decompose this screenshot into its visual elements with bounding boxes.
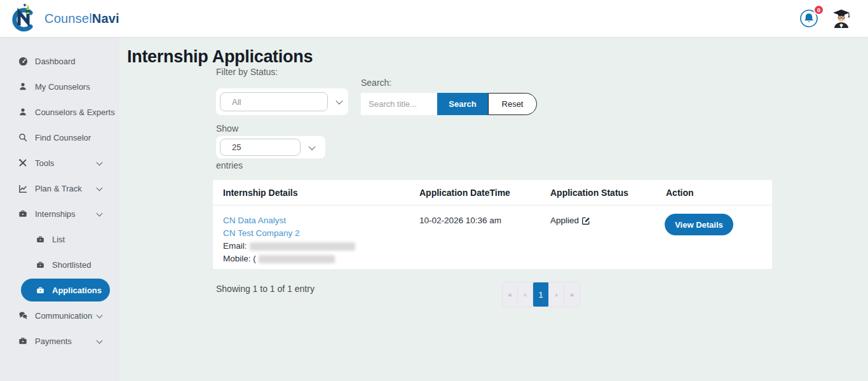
reset-button[interactable]: Reset [488, 93, 537, 115]
sidebar-item-payments[interactable]: Payments [0, 328, 119, 354]
chat-bubbles-icon [18, 310, 28, 321]
sidebar-item-tools[interactable]: Tools [0, 150, 119, 176]
sidebar-item-internships-list[interactable]: List [0, 226, 119, 252]
internship-title-link[interactable]: CN Data Analyst [223, 214, 355, 227]
chevron-down-icon [97, 160, 103, 166]
sidebar-item-label: Find Counselor [35, 133, 91, 142]
search-label: Search: [361, 78, 391, 88]
page-size-select[interactable]: 25 [216, 136, 325, 158]
sidebar-item-label: Applications [52, 286, 102, 295]
edit-status-icon[interactable] [581, 216, 590, 225]
page-size-value: 25 [220, 139, 301, 156]
view-details-button[interactable]: View Details [665, 214, 733, 235]
page-title: Internship Applications [127, 47, 313, 67]
sidebar-item-label: Payments [35, 336, 72, 346]
redacted-mobile [259, 255, 335, 263]
briefcase-icon [35, 285, 45, 295]
column-header-application-datetime: Application DateTime [419, 188, 510, 198]
sidebar-item-my-counselors[interactable]: My Counselors [0, 74, 119, 99]
search-group: Search Reset [361, 93, 537, 115]
column-header-action: Action [666, 188, 694, 198]
search-icon [18, 132, 28, 142]
sidebar-item-communication[interactable]: Communication [0, 303, 119, 328]
column-header-application-status: Application Status [550, 188, 628, 198]
status-filter-select[interactable]: All [216, 88, 348, 115]
app-header: CounselNavi 0 [0, 0, 868, 37]
sidebar-item-label: Counselors & Experts [35, 107, 115, 117]
sidebar-item-label: Tools [35, 158, 54, 168]
sidebar-item-internships-applications[interactable]: Applications [21, 279, 110, 301]
sidebar-item-internships-shortlisted[interactable]: Shortlisted [0, 252, 119, 277]
tools-icon [18, 158, 28, 168]
chevron-down-icon [308, 142, 315, 149]
applications-table: Internship Details Application DateTime … [213, 180, 772, 269]
user-icon [18, 81, 28, 92]
company-link[interactable]: CN Test Company 2 [223, 227, 355, 240]
brand-name: CounselNavi [44, 11, 119, 26]
search-button[interactable]: Search [437, 93, 488, 115]
entries-label: entries [216, 160, 243, 170]
sidebar-item-dashboard[interactable]: Dashboard [0, 48, 119, 74]
pagination-next-button[interactable]: › [549, 284, 564, 305]
sidebar-nav: Dashboard My Counselors Counselors & Exp… [0, 37, 119, 381]
sidebar-item-internships[interactable]: Internships [0, 201, 119, 226]
header-actions: 0 [799, 8, 868, 29]
brand-logo-icon [9, 4, 39, 33]
graduate-avatar-icon [832, 8, 850, 29]
show-label: Show [216, 123, 238, 134]
brand-name-navi: Navi [92, 11, 119, 25]
email-line: Email: [223, 240, 355, 253]
sidebar-item-label: Plan & Track [35, 184, 82, 193]
chevron-down-icon [97, 312, 103, 319]
user-avatar[interactable] [832, 8, 850, 29]
chevron-down-icon [97, 185, 103, 191]
chevron-down-icon [97, 338, 103, 344]
briefcase-icon [35, 260, 45, 270]
pagination-last-button[interactable]: » [564, 284, 580, 305]
mobile-label: Mobile: ( [223, 254, 256, 263]
sidebar-item-label: My Counselors [35, 82, 90, 92]
status-text: Applied [550, 216, 579, 225]
chevron-down-icon [336, 97, 342, 104]
pagination-first-button[interactable]: « [503, 284, 518, 305]
internship-details-cell: CN Data Analyst CN Test Company 2 Email:… [223, 214, 355, 265]
line-chart-icon [18, 183, 28, 193]
pagination-prev-button[interactable]: ‹ [518, 284, 533, 305]
sidebar-item-label: List [52, 235, 65, 244]
results-summary: Showing 1 to 1 of 1 entry [216, 284, 315, 294]
wallet-icon [18, 336, 28, 346]
dashboard-gauge-icon [18, 56, 28, 66]
application-status-cell: Applied [550, 216, 590, 225]
status-filter-value: All [220, 92, 328, 111]
application-datetime-cell: 10-02-2026 10:36 am [419, 216, 501, 225]
briefcase-icon [18, 209, 28, 219]
sidebar-item-label: Dashboard [35, 57, 76, 66]
main-content: Internship Applications Filter by Status… [119, 37, 868, 381]
chevron-down-icon [97, 211, 103, 217]
filter-status-label: Filter by Status: [216, 67, 278, 77]
notifications-button[interactable]: 0 [799, 9, 818, 28]
search-input[interactable] [361, 93, 437, 115]
briefcase-icon [35, 234, 45, 244]
sidebar-item-label: Internships [35, 209, 76, 219]
sidebar-item-find-counselor[interactable]: Find Counselor [0, 125, 119, 150]
pagination: « ‹ 1 › » [502, 282, 580, 307]
brand-logo[interactable]: CounselNavi [0, 4, 119, 33]
user-icon [18, 107, 28, 117]
sidebar-item-label: Communication [35, 311, 92, 321]
notification-count-badge: 0 [813, 4, 824, 15]
brand-name-counsel: Counsel [44, 11, 92, 25]
table-header-row: Internship Details Application DateTime … [213, 180, 772, 205]
sidebar-item-plan-track[interactable]: Plan & Track [0, 176, 119, 201]
sidebar-item-label: Shortlisted [52, 260, 91, 270]
table-row: CN Data Analyst CN Test Company 2 Email:… [213, 205, 772, 268]
mobile-line: Mobile: ( [223, 253, 355, 265]
column-header-internship-details: Internship Details [223, 188, 297, 198]
sidebar-item-counselors-experts[interactable]: Counselors & Experts [0, 99, 119, 125]
email-label: Email: [223, 241, 247, 251]
pagination-page-1-button[interactable]: 1 [533, 282, 549, 307]
redacted-email [250, 242, 355, 251]
